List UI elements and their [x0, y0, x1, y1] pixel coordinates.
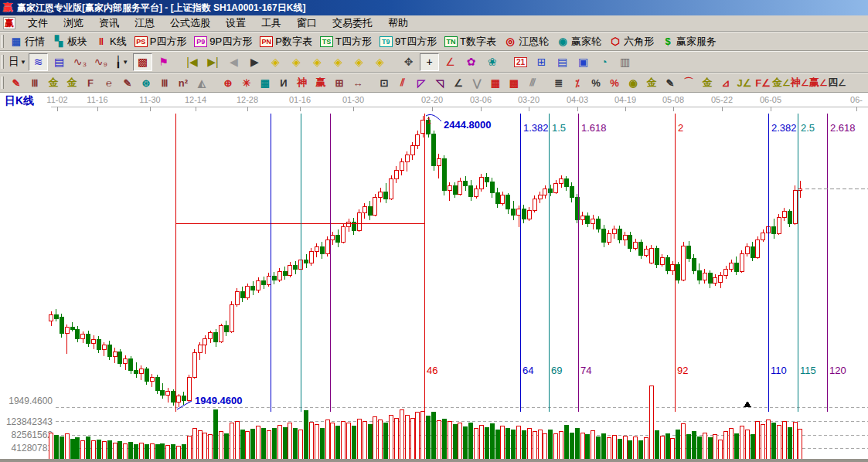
tool-gold-levels[interactable]: 金: [643, 75, 660, 91]
last-page-button[interactable]: ▶|: [203, 53, 223, 71]
menu-item[interactable]: 公式选股: [162, 15, 218, 31]
menu-item[interactable]: 帮助: [380, 15, 416, 31]
menu-item[interactable]: 交易委托: [325, 15, 380, 31]
tool-star-grid[interactable]: ✳: [238, 75, 255, 91]
tool-gold-angle[interactable]: 金∠: [773, 75, 790, 91]
menu-item[interactable]: 江恩: [127, 15, 162, 31]
tool-fib-lines[interactable]: F: [82, 75, 99, 91]
p-square-button[interactable]: PSP四方形: [131, 34, 192, 49]
diamond-right-button[interactable]: ◈: [287, 53, 306, 71]
tool-f-angle[interactable]: F∠: [754, 75, 771, 91]
tool-n-square[interactable]: n²: [175, 75, 192, 91]
tool-grid-axis[interactable]: ▩: [505, 75, 523, 91]
tool-width-measure[interactable]: ↔: [349, 75, 366, 91]
period-day-dropdown[interactable]: 日▼: [8, 53, 27, 71]
tool-pencil-chart[interactable]: ✎: [119, 75, 136, 91]
wave-overlay-button[interactable]: ≋: [29, 53, 48, 71]
diamond-left-button[interactable]: ◈: [266, 53, 285, 71]
calendar-button[interactable]: 21: [511, 53, 530, 71]
save-button[interactable]: ▣: [574, 53, 593, 71]
tool-si-angle[interactable]: 四∠: [829, 75, 846, 91]
tool-fan-red[interactable]: ⫽: [394, 75, 411, 91]
menu-item[interactable]: 文件: [20, 15, 56, 31]
tool-wave-v[interactable]: ⋁: [468, 75, 485, 91]
diamond-hsplit-button[interactable]: ◈: [308, 53, 327, 71]
flower-tool-button[interactable]: ✿: [461, 53, 481, 71]
pan-hand-button[interactable]: ✥: [399, 53, 418, 71]
toolbar-grip[interactable]: [2, 76, 4, 90]
tool-time-lines[interactable]: Ⅲ: [26, 75, 43, 91]
quotes-button[interactable]: ▦行情: [7, 34, 49, 49]
menu-item[interactable]: 工具: [254, 15, 289, 31]
service-button[interactable]: $赢家服务: [659, 34, 721, 49]
diamond-expand-button[interactable]: ◈: [370, 53, 390, 71]
tool-levels[interactable]: ≣: [550, 75, 567, 91]
tool-gann-box[interactable]: ⊡: [376, 75, 393, 91]
winner-wheel-button[interactable]: ◉赢家轮: [553, 34, 606, 49]
tool-pencil[interactable]: ✎: [8, 75, 25, 91]
printer-button[interactable]: ▥: [615, 53, 635, 71]
tool-gold-time-1[interactable]: 金: [45, 75, 62, 91]
info-panel-button[interactable]: ▤: [49, 53, 69, 71]
tool-spiral[interactable]: ℮: [100, 75, 117, 91]
hexagon-button[interactable]: ⬡六角形: [606, 34, 659, 49]
sectors-button[interactable]: ▚板块: [49, 34, 92, 49]
notes-button[interactable]: ▤: [553, 53, 572, 71]
diamond-hjoin-button[interactable]: ◈: [328, 53, 348, 71]
tool-gold-circle[interactable]: ◉: [625, 75, 642, 91]
gann-wheel-button[interactable]: ◎江恩轮: [501, 34, 553, 49]
tool-circle-cross[interactable]: ⊕: [220, 75, 237, 91]
toolbar-grip[interactable]: [2, 35, 4, 47]
kline-chart[interactable]: 11-0211-1611-3012-1412-2801-1601-3002-20…: [0, 93, 868, 462]
menu-item[interactable]: 资讯: [91, 15, 127, 31]
tool-grid-box[interactable]: ▦: [257, 75, 274, 91]
candle-style-dropdown[interactable]: ╽▼: [112, 53, 131, 71]
diamond-cross-button[interactable]: ◈: [349, 53, 369, 71]
tool-grid-red[interactable]: ▦: [487, 75, 504, 91]
tool-lines-2[interactable]: Ⅲ: [156, 75, 173, 91]
tool-angle-mirror[interactable]: ◭: [193, 75, 210, 91]
knot-tool-button[interactable]: ❀: [482, 53, 502, 71]
wave-9-button[interactable]: ∿₉: [91, 53, 111, 71]
tool-gann-fan-circle[interactable]: ⊛: [138, 75, 155, 91]
menu-item[interactable]: 窗口: [289, 15, 325, 31]
color-flag-button[interactable]: ⚑: [154, 53, 173, 71]
tool-shen-lines[interactable]: 神: [294, 75, 311, 91]
tool-percent-red[interactable]: %: [606, 75, 623, 91]
tool-j-angle[interactable]: J∠: [736, 75, 753, 91]
prev-page-button[interactable]: ◀: [224, 53, 243, 71]
tool-percent-line[interactable]: ⁒: [569, 75, 586, 91]
tool-pulse[interactable]: И: [275, 75, 292, 91]
tool-gold-red[interactable]: 金: [699, 75, 716, 91]
tool-parallel[interactable]: ⫻: [524, 75, 541, 91]
next-page-button[interactable]: ▶: [245, 53, 264, 71]
kline-button[interactable]: ‖K线: [92, 34, 131, 49]
wave-3-button[interactable]: ∿₃: [70, 53, 90, 71]
toolbar-grip[interactable]: [2, 55, 4, 69]
first-page-button[interactable]: |◀: [182, 53, 202, 71]
tool-percent[interactable]: %: [587, 75, 604, 91]
chart-area[interactable]: 日K线 11-0211-1611-3012-1412-2801-1601-300…: [0, 93, 868, 462]
tool-ying-angle[interactable]: 赢∠: [810, 75, 827, 91]
tool-gold-time-2[interactable]: 金: [63, 75, 80, 91]
menu-item[interactable]: 浏览: [56, 15, 91, 31]
pattern-button[interactable]: ▩: [133, 53, 152, 71]
tool-angle-up[interactable]: ⊿: [717, 75, 734, 91]
tool-shen-angle[interactable]: 神∠: [791, 75, 808, 91]
tool-arc[interactable]: ⌒: [680, 75, 697, 91]
globe-button[interactable]: ◔: [594, 53, 614, 71]
tool-marker-pencil[interactable]: ✎: [662, 75, 679, 91]
9p-square-button[interactable]: P99P四方形: [191, 34, 257, 49]
tool-angle-lines[interactable]: ∠: [450, 75, 467, 91]
9t-square-button[interactable]: T99T四方形: [376, 34, 441, 49]
tool-grid-123[interactable]: ⊞: [331, 75, 348, 91]
calculator-button[interactable]: ⊞: [532, 53, 551, 71]
document-logo-icon[interactable]: 赢: [3, 17, 15, 29]
menu-item[interactable]: 设置: [218, 15, 254, 31]
tool-ying-lines[interactable]: 赢: [312, 75, 329, 91]
crosshair-button[interactable]: +: [420, 53, 439, 71]
angle-measure-button[interactable]: ∠: [441, 53, 460, 71]
p-table-button[interactable]: PNP数字表: [257, 34, 317, 49]
t-table-button[interactable]: TNT数字表: [441, 34, 501, 49]
tool-fan-box-purple[interactable]: ◸: [413, 75, 430, 91]
